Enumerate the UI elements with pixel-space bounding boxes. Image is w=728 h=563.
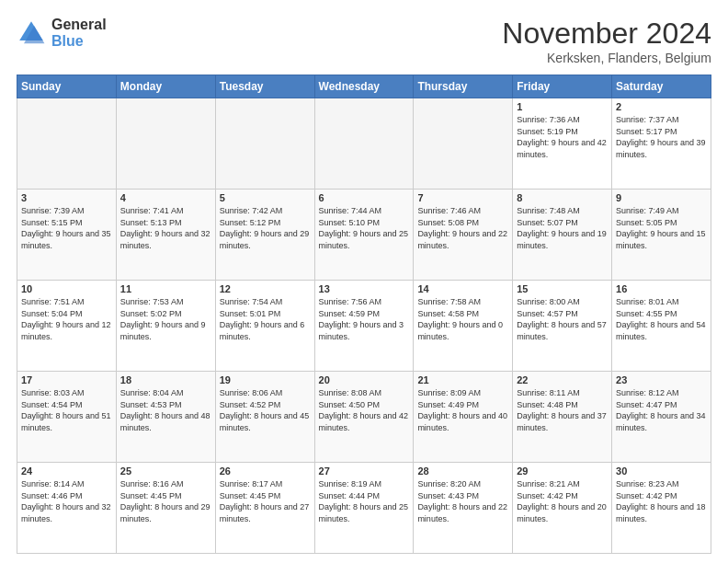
day-info: Sunrise: 8:16 AMSunset: 4:45 PMDaylight:…	[120, 478, 211, 524]
day-number: 7	[417, 192, 508, 203]
day-info: Sunrise: 7:41 AMSunset: 5:13 PMDaylight:…	[120, 205, 211, 251]
calendar: SundayMondayTuesdayWednesdayThursdayFrid…	[17, 75, 711, 554]
day-info: Sunrise: 8:06 AMSunset: 4:52 PMDaylight:…	[220, 387, 311, 433]
day-number: 18	[120, 374, 211, 385]
month-title: November 2024	[502, 17, 711, 51]
day-info: Sunrise: 7:39 AMSunset: 5:15 PMDaylight:…	[21, 205, 112, 251]
day-number: 24	[21, 465, 112, 477]
page: General Blue November 2024 Kerksken, Fla…	[0, 0, 728, 563]
logo-icon	[17, 18, 46, 48]
calendar-cell: 15Sunrise: 8:00 AMSunset: 4:57 PMDayligh…	[513, 281, 612, 372]
calendar-cell: 29Sunrise: 8:21 AMSunset: 4:42 PMDayligh…	[513, 463, 612, 554]
calendar-cell: 11Sunrise: 7:53 AMSunset: 5:02 PMDayligh…	[116, 281, 215, 372]
calendar-cell: 27Sunrise: 8:19 AMSunset: 4:44 PMDayligh…	[314, 463, 414, 554]
day-number: 11	[120, 283, 211, 294]
header: General Blue November 2024 Kerksken, Fla…	[17, 17, 711, 65]
day-number: 28	[417, 465, 508, 477]
day-number: 30	[616, 465, 707, 477]
calendar-cell: 21Sunrise: 8:09 AMSunset: 4:49 PMDayligh…	[414, 372, 513, 463]
calendar-header-tuesday: Tuesday	[215, 75, 314, 98]
day-info: Sunrise: 8:09 AMSunset: 4:49 PMDaylight:…	[417, 387, 508, 433]
calendar-cell: 14Sunrise: 7:58 AMSunset: 4:58 PMDayligh…	[414, 281, 513, 372]
calendar-cell: 22Sunrise: 8:11 AMSunset: 4:48 PMDayligh…	[513, 372, 612, 463]
day-info: Sunrise: 8:23 AMSunset: 4:42 PMDaylight:…	[616, 478, 707, 524]
calendar-cell: 1Sunrise: 7:36 AMSunset: 5:19 PMDaylight…	[513, 98, 612, 190]
day-number: 1	[517, 101, 608, 112]
day-number: 6	[319, 192, 410, 203]
day-number: 17	[21, 374, 112, 385]
calendar-cell: 4Sunrise: 7:41 AMSunset: 5:13 PMDaylight…	[116, 190, 215, 281]
day-info: Sunrise: 7:53 AMSunset: 5:02 PMDaylight:…	[120, 296, 211, 342]
calendar-header-thursday: Thursday	[414, 75, 513, 98]
calendar-week-4: 17Sunrise: 8:03 AMSunset: 4:54 PMDayligh…	[17, 372, 711, 463]
day-info: Sunrise: 7:56 AMSunset: 4:59 PMDaylight:…	[319, 296, 410, 342]
day-info: Sunrise: 8:04 AMSunset: 4:53 PMDaylight:…	[120, 387, 211, 433]
location: Kerksken, Flanders, Belgium	[502, 51, 711, 65]
calendar-cell: 8Sunrise: 7:48 AMSunset: 5:07 PMDaylight…	[513, 190, 612, 281]
calendar-cell	[17, 98, 117, 190]
calendar-header-sunday: Sunday	[17, 75, 117, 98]
day-number: 3	[21, 192, 112, 203]
calendar-cell: 5Sunrise: 7:42 AMSunset: 5:12 PMDaylight…	[215, 190, 314, 281]
day-info: Sunrise: 7:37 AMSunset: 5:17 PMDaylight:…	[616, 114, 707, 160]
day-number: 2	[616, 101, 707, 112]
calendar-cell: 23Sunrise: 8:12 AMSunset: 4:47 PMDayligh…	[612, 372, 711, 463]
calendar-cell: 24Sunrise: 8:14 AMSunset: 4:46 PMDayligh…	[17, 463, 117, 554]
day-info: Sunrise: 7:46 AMSunset: 5:08 PMDaylight:…	[417, 205, 508, 251]
day-number: 21	[417, 374, 508, 385]
day-number: 5	[220, 192, 311, 203]
calendar-cell: 30Sunrise: 8:23 AMSunset: 4:42 PMDayligh…	[612, 463, 711, 554]
calendar-cell	[116, 98, 215, 190]
day-number: 19	[220, 374, 311, 385]
calendar-cell: 2Sunrise: 7:37 AMSunset: 5:17 PMDaylight…	[612, 98, 711, 190]
day-number: 8	[517, 192, 608, 203]
calendar-header-monday: Monday	[116, 75, 215, 98]
day-number: 13	[319, 283, 410, 294]
calendar-cell	[215, 98, 314, 190]
logo-general-text: General	[51, 17, 107, 33]
calendar-cell: 13Sunrise: 7:56 AMSunset: 4:59 PMDayligh…	[314, 281, 414, 372]
calendar-cell: 10Sunrise: 7:51 AMSunset: 5:04 PMDayligh…	[17, 281, 117, 372]
day-info: Sunrise: 7:42 AMSunset: 5:12 PMDaylight:…	[220, 205, 311, 251]
calendar-cell: 20Sunrise: 8:08 AMSunset: 4:50 PMDayligh…	[314, 372, 414, 463]
calendar-header-wednesday: Wednesday	[314, 75, 414, 98]
day-number: 14	[417, 283, 508, 294]
calendar-cell: 18Sunrise: 8:04 AMSunset: 4:53 PMDayligh…	[116, 372, 215, 463]
title-section: November 2024 Kerksken, Flanders, Belgiu…	[502, 17, 711, 65]
calendar-cell: 3Sunrise: 7:39 AMSunset: 5:15 PMDaylight…	[17, 190, 117, 281]
day-number: 12	[220, 283, 311, 294]
day-number: 25	[120, 465, 211, 477]
day-info: Sunrise: 7:36 AMSunset: 5:19 PMDaylight:…	[517, 114, 608, 160]
day-info: Sunrise: 8:08 AMSunset: 4:50 PMDaylight:…	[319, 387, 410, 433]
calendar-cell	[314, 98, 414, 190]
logo-text: General Blue	[51, 17, 107, 49]
calendar-week-1: 1Sunrise: 7:36 AMSunset: 5:19 PMDaylight…	[17, 98, 711, 190]
day-info: Sunrise: 7:49 AMSunset: 5:05 PMDaylight:…	[616, 205, 707, 251]
calendar-cell: 28Sunrise: 8:20 AMSunset: 4:43 PMDayligh…	[414, 463, 513, 554]
day-info: Sunrise: 8:14 AMSunset: 4:46 PMDaylight:…	[21, 478, 112, 524]
day-info: Sunrise: 7:58 AMSunset: 4:58 PMDaylight:…	[417, 296, 508, 342]
logo: General Blue	[17, 17, 107, 49]
day-number: 4	[120, 192, 211, 203]
day-info: Sunrise: 8:20 AMSunset: 4:43 PMDaylight:…	[417, 478, 508, 524]
day-number: 15	[517, 283, 608, 294]
day-number: 29	[517, 465, 608, 477]
day-info: Sunrise: 8:11 AMSunset: 4:48 PMDaylight:…	[517, 387, 608, 433]
day-info: Sunrise: 7:44 AMSunset: 5:10 PMDaylight:…	[319, 205, 410, 251]
day-info: Sunrise: 8:12 AMSunset: 4:47 PMDaylight:…	[616, 387, 707, 433]
day-info: Sunrise: 8:21 AMSunset: 4:42 PMDaylight:…	[517, 478, 608, 524]
logo-blue-text: Blue	[51, 33, 107, 50]
day-info: Sunrise: 7:51 AMSunset: 5:04 PMDaylight:…	[21, 296, 112, 342]
day-info: Sunrise: 7:48 AMSunset: 5:07 PMDaylight:…	[517, 205, 608, 251]
calendar-cell: 25Sunrise: 8:16 AMSunset: 4:45 PMDayligh…	[116, 463, 215, 554]
calendar-week-2: 3Sunrise: 7:39 AMSunset: 5:15 PMDaylight…	[17, 190, 711, 281]
day-info: Sunrise: 8:17 AMSunset: 4:45 PMDaylight:…	[220, 478, 311, 524]
day-number: 10	[21, 283, 112, 294]
calendar-cell: 16Sunrise: 8:01 AMSunset: 4:55 PMDayligh…	[612, 281, 711, 372]
calendar-week-3: 10Sunrise: 7:51 AMSunset: 5:04 PMDayligh…	[17, 281, 711, 372]
calendar-table: SundayMondayTuesdayWednesdayThursdayFrid…	[17, 75, 711, 554]
day-number: 9	[616, 192, 707, 203]
calendar-cell: 17Sunrise: 8:03 AMSunset: 4:54 PMDayligh…	[17, 372, 117, 463]
day-info: Sunrise: 7:54 AMSunset: 5:01 PMDaylight:…	[220, 296, 311, 342]
calendar-cell: 7Sunrise: 7:46 AMSunset: 5:08 PMDaylight…	[414, 190, 513, 281]
